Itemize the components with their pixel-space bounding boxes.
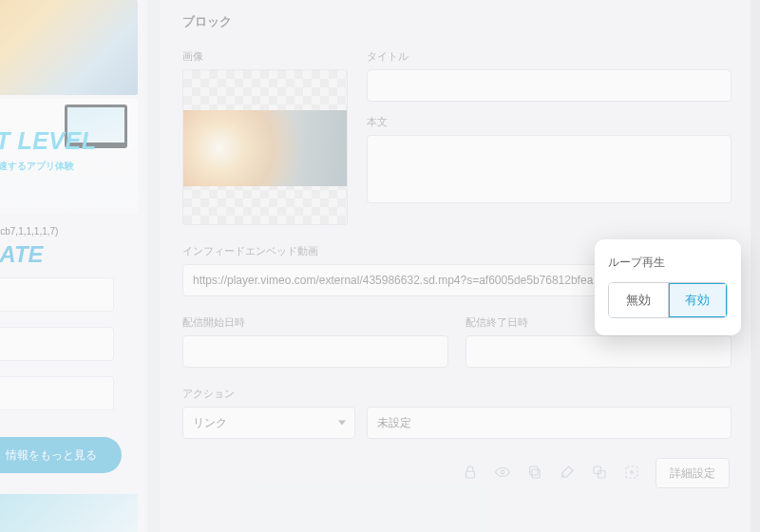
label-start: 配信開始日時 [182, 315, 448, 330]
copy-icon[interactable] [526, 464, 543, 484]
section-title: ブロック [182, 13, 732, 30]
svg-rect-0 [466, 471, 475, 478]
action-select[interactable] [182, 407, 355, 439]
image-picker[interactable] [182, 69, 348, 225]
sidebar-card-subtitle: で加速するアプリ体験 [0, 160, 74, 173]
chevron-down-icon [338, 421, 346, 426]
sidebar-hero-image [0, 0, 138, 95]
start-datetime-input[interactable] [182, 335, 448, 368]
sidebar-card: XT LEVEL で加速するアプリ体験 f5febcb7,1,1,1,1,7) [0, 99, 138, 213]
detail-settings-button[interactable]: 詳細設定 [656, 458, 730, 488]
sidebar-field-2[interactable] [0, 327, 114, 361]
loop-popover: ループ再生 無効 有効 [595, 239, 741, 335]
title-input[interactable] [367, 69, 732, 102]
sidebar-field-1[interactable] [0, 277, 114, 312]
lock-icon[interactable] [462, 464, 479, 484]
loop-enabled-option[interactable]: 有効 [668, 283, 728, 317]
svg-rect-4 [594, 466, 601, 474]
sidebar-date-heading: DATE [0, 234, 138, 276]
svg-point-1 [501, 470, 504, 474]
popover-title: ループ再生 [608, 255, 728, 271]
svg-rect-3 [530, 466, 538, 475]
label-title: タイトル [367, 49, 732, 64]
label-image: 画像 [182, 49, 350, 64]
label-body: 本文 [367, 115, 732, 129]
loop-disabled-option[interactable]: 無効 [609, 283, 668, 317]
sidebar-more-button[interactable]: 情報をもっと見る [0, 437, 122, 473]
block-toolbar: 詳細設定 [182, 458, 732, 488]
add-icon[interactable] [623, 464, 640, 484]
end-datetime-input[interactable] [466, 335, 732, 368]
loop-segmented-control: 無効 有効 [608, 282, 728, 318]
sidebar-card-title: XT LEVEL [0, 127, 96, 155]
action-status-input[interactable] [367, 407, 732, 439]
svg-rect-5 [598, 470, 606, 478]
eye-icon[interactable] [494, 464, 511, 484]
sidebar: XT LEVEL で加速するアプリ体験 f5febcb7,1,1,1,1,7) … [0, 0, 147, 532]
sidebar-bottom-image [0, 494, 138, 532]
brush-icon[interactable] [559, 464, 576, 484]
body-textarea[interactable] [367, 135, 732, 203]
sidebar-field-3[interactable] [0, 376, 114, 410]
scrollbar-track[interactable] [750, 0, 760, 532]
svg-rect-2 [532, 469, 540, 478]
label-action: アクション [182, 387, 732, 401]
duplicate-icon[interactable] [591, 464, 608, 484]
image-thumbnail [183, 110, 347, 186]
